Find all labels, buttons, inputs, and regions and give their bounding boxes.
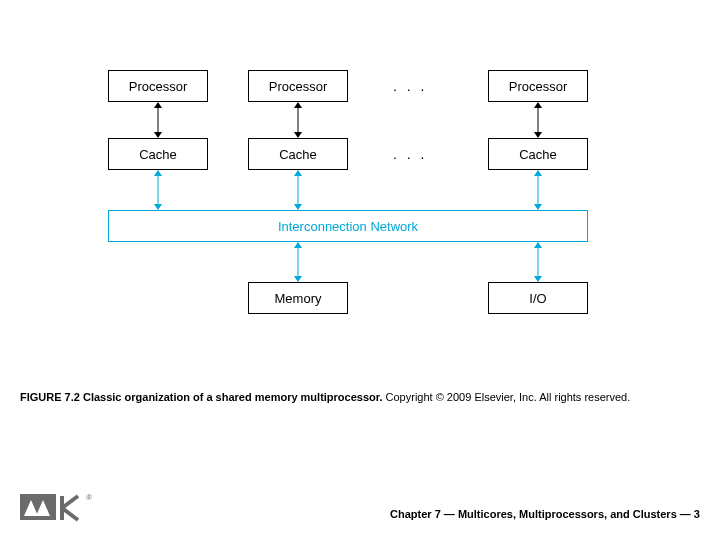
- cache-box-3: Cache: [488, 138, 588, 170]
- interconnection-network-box: Interconnection Network: [108, 210, 588, 242]
- svg-marker-4: [294, 102, 302, 108]
- ellipsis-processors: . . .: [393, 78, 427, 94]
- svg-marker-1: [154, 102, 162, 108]
- arrow-proc-cache-2: [294, 102, 302, 138]
- arrow-proc-cache-3: [534, 102, 542, 138]
- svg-marker-19: [294, 242, 302, 248]
- ellipsis-caches: . . .: [393, 146, 427, 162]
- figure-caption: FIGURE 7.2 Classic organization of a sha…: [20, 390, 700, 405]
- svg-marker-16: [534, 170, 542, 176]
- arrow-proc-cache-1: [154, 102, 162, 138]
- arrow-net-io: [534, 242, 542, 282]
- memory-box: Memory: [248, 282, 348, 314]
- svg-text:®: ®: [86, 493, 92, 502]
- processor-box-1: Processor: [108, 70, 208, 102]
- cache-box-1: Cache: [108, 138, 208, 170]
- arrow-cache-net-3: [534, 170, 542, 210]
- arrow-net-memory: [294, 242, 302, 282]
- arrow-cache-net-1: [154, 170, 162, 210]
- svg-rect-24: [20, 494, 56, 520]
- svg-marker-22: [534, 242, 542, 248]
- arrow-cache-net-2: [294, 170, 302, 210]
- architecture-diagram: Processor Processor . . . Processor Cach…: [108, 70, 628, 370]
- copyright-text: Copyright © 2009 Elsevier, Inc. All righ…: [383, 391, 631, 403]
- figure-label: FIGURE 7.2 Classic organization of a sha…: [20, 391, 383, 403]
- processor-box-3: Processor: [488, 70, 588, 102]
- processor-box-2: Processor: [248, 70, 348, 102]
- svg-marker-10: [154, 170, 162, 176]
- cache-box-2: Cache: [248, 138, 348, 170]
- publisher-logo: ®: [20, 486, 110, 526]
- svg-marker-13: [294, 170, 302, 176]
- footer-text: Chapter 7 — Multicores, Multiprocessors,…: [390, 508, 700, 520]
- svg-marker-7: [534, 102, 542, 108]
- io-box: I/O: [488, 282, 588, 314]
